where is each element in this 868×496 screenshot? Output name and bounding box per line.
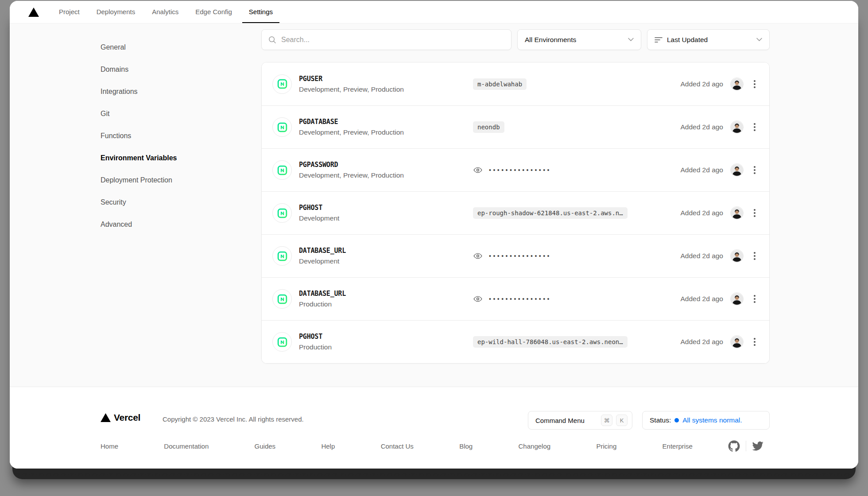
reveal-value-eye-button[interactable] <box>473 294 483 303</box>
env-var-value-chip: ep-wild-hall-786048.us-east-2.aws.neon… <box>473 336 628 348</box>
env-var-row[interactable]: PGDATABASE Development, Preview, Product… <box>262 105 769 148</box>
search-icon <box>268 35 277 44</box>
row-actions-menu-button[interactable] <box>751 78 759 90</box>
env-var-environments: Production <box>299 343 332 351</box>
sidebar-item-functions[interactable]: Functions <box>101 125 233 147</box>
status-link[interactable]: Status: All systems normal. <box>642 411 770 430</box>
footer-vercel-logo[interactable]: Vercel <box>101 412 140 423</box>
env-vars-panel: All Environments Last Updated <box>261 29 770 364</box>
page-footer: Vercel Copyright © 2023 Vercel Inc. All … <box>10 387 858 469</box>
row-actions-menu-button[interactable] <box>751 336 759 348</box>
search-input[interactable] <box>281 36 505 44</box>
row-actions-menu-button[interactable] <box>751 121 759 133</box>
nav-tabs: Project Deployments Analytics Edge Confi… <box>52 1 279 23</box>
search-box <box>261 29 512 50</box>
added-timestamp: Added 2d ago <box>680 80 723 88</box>
footer-brand-text: Vercel <box>114 412 140 423</box>
footer-link-contact-us[interactable]: Contact Us <box>381 442 414 450</box>
tab-analytics[interactable]: Analytics <box>145 1 185 23</box>
sort-dropdown[interactable]: Last Updated <box>647 29 770 50</box>
sidebar-item-git[interactable]: Git <box>101 103 233 125</box>
env-var-name: DATABASE_URL <box>299 290 346 298</box>
sidebar-item-deployment-protection[interactable]: Deployment Protection <box>101 169 233 191</box>
footer-links: Home Documentation Guides Help Contact U… <box>101 439 693 453</box>
user-avatar <box>730 120 744 134</box>
cmd-keycap: ⌘ <box>601 415 612 426</box>
added-timestamp: Added 2d ago <box>680 209 723 217</box>
footer-link-pricing[interactable]: Pricing <box>596 442 616 450</box>
user-avatar <box>730 206 744 220</box>
user-avatar <box>730 249 744 263</box>
row-actions-menu-button[interactable] <box>751 164 759 176</box>
tab-settings[interactable]: Settings <box>242 1 279 23</box>
sort-lines-icon <box>655 37 663 43</box>
vercel-triangle-icon <box>101 413 111 422</box>
sidebar-item-advanced[interactable]: Advanced <box>101 213 233 236</box>
footer-link-help[interactable]: Help <box>321 442 335 450</box>
social-divider <box>746 441 746 451</box>
env-var-row[interactable]: PGUSER Development, Preview, Production … <box>262 62 769 105</box>
env-var-row[interactable]: PGPASSWORD Development, Preview, Product… <box>262 148 769 191</box>
neon-integration-icon <box>272 117 292 137</box>
tab-edge-config[interactable]: Edge Config <box>189 1 239 23</box>
tab-project[interactable]: Project <box>52 1 86 23</box>
command-menu-label: Command Menu <box>535 417 597 424</box>
neon-integration-icon <box>272 246 292 266</box>
env-var-environments: Development <box>299 214 339 222</box>
env-var-name: PGHOST <box>299 333 332 341</box>
sidebar-item-integrations[interactable]: Integrations <box>101 81 233 103</box>
sort-value: Last Updated <box>667 36 752 44</box>
env-var-row[interactable]: DATABASE_URL Development •••••••••••••••… <box>262 234 769 277</box>
added-timestamp: Added 2d ago <box>680 295 723 303</box>
added-timestamp: Added 2d ago <box>680 252 723 260</box>
neon-integration-icon <box>272 332 292 352</box>
tab-deployments[interactable]: Deployments <box>90 1 142 23</box>
footer-link-documentation[interactable]: Documentation <box>164 442 209 450</box>
status-dot-icon <box>674 418 679 422</box>
footer-social <box>728 439 763 453</box>
desktop-background: Project Deployments Analytics Edge Confi… <box>0 0 868 496</box>
masked-value: ••••••••••••••• <box>489 167 551 173</box>
environment-filter-dropdown[interactable]: All Environments <box>517 29 641 50</box>
row-actions-menu-button[interactable] <box>751 293 759 305</box>
env-var-row[interactable]: DATABASE_URL Production ••••••••••••••• … <box>262 277 769 320</box>
footer-link-changelog[interactable]: Changelog <box>519 442 551 450</box>
twitter-icon[interactable] <box>752 440 763 452</box>
environment-filter-value: All Environments <box>525 36 624 44</box>
github-icon[interactable] <box>728 440 740 452</box>
footer-link-guides[interactable]: Guides <box>255 442 276 450</box>
row-actions-menu-button[interactable] <box>751 207 759 219</box>
sidebar-item-general[interactable]: General <box>101 36 233 58</box>
masked-value: ••••••••••••••• <box>489 253 551 259</box>
sidebar-item-security[interactable]: Security <box>101 191 233 213</box>
footer-link-enterprise[interactable]: Enterprise <box>663 442 693 450</box>
user-avatar <box>730 78 744 91</box>
added-timestamp: Added 2d ago <box>680 338 723 346</box>
row-actions-menu-button[interactable] <box>751 250 759 262</box>
env-var-name: PGPASSWORD <box>299 161 404 169</box>
env-var-row[interactable]: PGHOST Development ep-rough-shadow-62184… <box>262 191 769 234</box>
masked-value: ••••••••••••••• <box>489 296 551 302</box>
env-var-environments: Production <box>299 300 346 308</box>
browser-window: Project Deployments Analytics Edge Confi… <box>10 1 858 469</box>
env-vars-toolbar: All Environments Last Updated <box>261 29 770 50</box>
env-var-environments: Development, Preview, Production <box>299 171 404 179</box>
user-avatar <box>730 292 744 306</box>
vercel-logo-icon[interactable] <box>28 8 39 17</box>
sidebar-item-environment-variables[interactable]: Environment Variables <box>101 147 233 169</box>
footer-link-home[interactable]: Home <box>101 442 118 450</box>
sidebar-item-domains[interactable]: Domains <box>101 58 233 81</box>
env-var-value-chip: ep-rough-shadow-621848.us-east-2.aws.n… <box>473 207 628 219</box>
top-navigation: Project Deployments Analytics Edge Confi… <box>10 1 858 23</box>
reveal-value-eye-button[interactable] <box>473 166 483 174</box>
footer-link-blog[interactable]: Blog <box>459 442 473 450</box>
reveal-value-eye-button[interactable] <box>473 252 483 260</box>
neon-integration-icon <box>272 74 292 94</box>
env-var-name: PGHOST <box>299 204 339 212</box>
copyright-text: Copyright © 2023 Vercel Inc. All rights … <box>163 415 304 423</box>
env-var-row[interactable]: PGHOST Production ep-wild-hall-786048.us… <box>262 320 769 363</box>
chevron-down-icon <box>628 38 634 42</box>
env-var-name: PGDATABASE <box>299 118 404 126</box>
env-var-value-chip: m-abdelwahab <box>473 78 527 90</box>
command-menu-button[interactable]: Command Menu ⌘ K <box>528 411 632 430</box>
